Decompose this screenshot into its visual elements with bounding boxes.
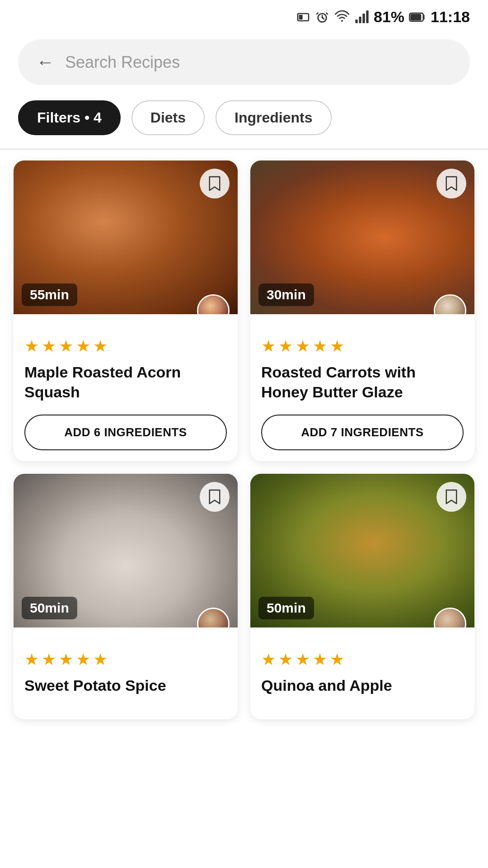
wifi-icon xyxy=(334,10,350,24)
svg-rect-4 xyxy=(355,19,357,23)
star-5: ★ xyxy=(93,337,108,356)
star-3: ★ xyxy=(59,337,73,356)
avatar-image xyxy=(198,296,228,314)
recipe-image-wrapper: 55min xyxy=(14,160,238,314)
svg-rect-7 xyxy=(366,10,368,23)
avatar-image xyxy=(435,296,465,314)
recipe-image-wrapper: 50min xyxy=(14,474,238,627)
recipe-time: 55min xyxy=(22,283,77,306)
star-rating: ★ ★ ★ ★ ★ xyxy=(261,337,464,356)
bookmark-icon xyxy=(208,489,221,505)
recipe-title: Quinoa and Apple xyxy=(261,675,464,695)
bookmark-icon xyxy=(445,489,458,505)
ingredients-pill[interactable]: Ingredients xyxy=(216,100,331,135)
recipe-title: Roasted Carrots with Honey Butter Glaze xyxy=(261,362,464,402)
filter-row: Filters • 4 Diets Ingredients xyxy=(0,96,488,149)
recipe-info: ★ ★ ★ ★ ★ Sweet Potato Spice xyxy=(14,627,238,719)
recipe-image-wrapper: 30min xyxy=(250,160,474,314)
recipe-grid: 55min ★ ★ ★ ★ ★ Maple Roasted Acorn Squa… xyxy=(0,160,488,733)
recipe-time: 50min xyxy=(22,597,77,619)
recipe-card[interactable]: 55min ★ ★ ★ ★ ★ Maple Roasted Acorn Squa… xyxy=(14,160,238,461)
star-2: ★ xyxy=(42,337,56,356)
bookmark-icon xyxy=(208,175,221,192)
status-icons: 81% 11:18 xyxy=(296,8,470,26)
star-1: ★ xyxy=(24,650,39,669)
star-1: ★ xyxy=(261,650,276,669)
battery-percent: 81% xyxy=(374,8,404,26)
time-display: 11:18 xyxy=(431,8,470,26)
star-rating: ★ ★ ★ ★ ★ xyxy=(261,650,464,669)
bookmark-button[interactable] xyxy=(436,482,466,512)
divider xyxy=(0,149,488,150)
avatar-image xyxy=(198,609,228,627)
add-ingredients-button[interactable]: ADD 7 INGREDIENTS xyxy=(261,415,464,450)
svg-rect-9 xyxy=(410,14,421,20)
star-rating: ★ ★ ★ ★ ★ xyxy=(24,337,227,356)
bookmark-button[interactable] xyxy=(200,482,230,512)
bookmark-button[interactable] xyxy=(200,169,230,198)
bookmark-button[interactable] xyxy=(436,169,466,198)
star-4: ★ xyxy=(76,650,90,669)
avatar-image xyxy=(435,609,465,627)
recipe-image-wrapper: 50min xyxy=(250,474,474,627)
star-2: ★ xyxy=(42,650,56,669)
status-bar: 81% 11:18 xyxy=(0,0,488,30)
star-4: ★ xyxy=(313,650,327,669)
star-1: ★ xyxy=(261,337,276,356)
svg-rect-1 xyxy=(299,14,303,19)
battery-icon xyxy=(409,10,426,24)
star-5: ★ xyxy=(330,650,344,669)
search-bar[interactable]: ← Search Recipes xyxy=(18,39,470,85)
star-3: ★ xyxy=(296,337,310,356)
bookmark-icon xyxy=(445,175,458,192)
recipe-time: 50min xyxy=(258,597,314,619)
svg-rect-5 xyxy=(359,16,361,23)
storage-icon xyxy=(296,10,310,24)
star-5: ★ xyxy=(330,337,344,356)
recipe-card[interactable]: 50min ★ ★ ★ ★ ★ Sweet Potato Spice xyxy=(14,474,238,719)
diets-pill[interactable]: Diets xyxy=(131,100,205,135)
star-5: ★ xyxy=(93,650,108,669)
recipe-time: 30min xyxy=(258,283,314,306)
star-2: ★ xyxy=(278,337,293,356)
star-rating: ★ ★ ★ ★ ★ xyxy=(24,650,227,669)
recipe-card[interactable]: 30min ★ ★ ★ ★ ★ Roasted Carrots with Hon… xyxy=(250,160,474,461)
svg-rect-6 xyxy=(362,14,365,23)
add-ingredients-button[interactable]: ADD 6 INGREDIENTS xyxy=(24,415,227,450)
star-3: ★ xyxy=(296,650,310,669)
alarm-icon xyxy=(315,10,329,24)
star-1: ★ xyxy=(24,337,39,356)
star-2: ★ xyxy=(278,650,293,669)
recipe-info: ★ ★ ★ ★ ★ Roasted Carrots with Honey But… xyxy=(250,314,474,461)
star-3: ★ xyxy=(59,650,73,669)
back-button[interactable]: ← xyxy=(36,52,54,72)
star-4: ★ xyxy=(313,337,327,356)
signal-icon xyxy=(355,10,369,24)
recipe-card[interactable]: 50min ★ ★ ★ ★ ★ Quinoa and Apple xyxy=(250,474,474,719)
svg-point-3 xyxy=(341,20,343,22)
star-4: ★ xyxy=(76,337,90,356)
search-bar-container: ← Search Recipes xyxy=(0,30,488,96)
recipe-title: Maple Roasted Acorn Squash xyxy=(24,362,227,402)
search-input[interactable]: Search Recipes xyxy=(65,53,180,72)
filters-pill[interactable]: Filters • 4 xyxy=(18,100,121,135)
recipe-info: ★ ★ ★ ★ ★ Maple Roasted Acorn Squash ADD… xyxy=(14,314,238,461)
recipe-title: Sweet Potato Spice xyxy=(24,675,227,695)
recipe-info: ★ ★ ★ ★ ★ Quinoa and Apple xyxy=(250,627,474,719)
